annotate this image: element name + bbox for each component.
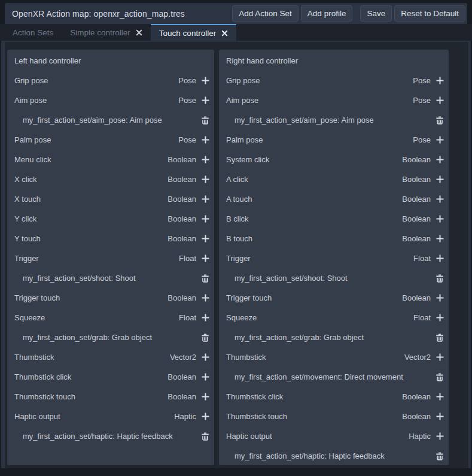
action-type-label: Boolean: [402, 175, 431, 184]
delete-binding-button[interactable]: [200, 273, 211, 284]
tab-touch-controller[interactable]: Touch controller: [151, 24, 236, 41]
add-action-set-button[interactable]: Add Action Set: [232, 5, 299, 22]
add-binding-button[interactable]: [200, 372, 211, 383]
action-map-row: Squeeze Float: [219, 308, 449, 328]
delete-binding-button[interactable]: [434, 273, 445, 284]
action-type-label: Boolean: [168, 293, 196, 302]
add-binding-button[interactable]: [434, 154, 445, 165]
add-binding-button[interactable]: [434, 253, 445, 264]
action-type-label: Pose: [178, 76, 196, 85]
delete-binding-button[interactable]: [434, 451, 445, 462]
row-label: Thumbstick: [14, 353, 170, 362]
action-map-row: Menu click Boolean: [7, 150, 214, 169]
add-binding-button[interactable]: [200, 234, 211, 244]
action-type-label: Float: [179, 313, 196, 322]
row-label: my_first_action_set/movement: Direct mov…: [226, 372, 434, 381]
reset-to-default-button[interactable]: Reset to Default: [394, 5, 465, 22]
action-type-label: Boolean: [168, 214, 196, 223]
add-binding-button[interactable]: [200, 194, 211, 205]
action-map-row: Y click Boolean: [7, 209, 214, 229]
add-binding-button[interactable]: [434, 293, 445, 304]
add-binding-button[interactable]: [434, 313, 445, 323]
add-binding-button[interactable]: [200, 253, 211, 264]
action-type-label: Boolean: [402, 293, 431, 302]
add-profile-button[interactable]: Add profile: [301, 5, 353, 22]
close-tab-icon[interactable]: [221, 30, 228, 37]
action-map-row: my_first_action_set/aim_pose: Aim pose: [7, 110, 214, 130]
add-binding-button[interactable]: [434, 95, 445, 106]
action-map-row: Haptic output Haptic: [7, 407, 214, 426]
row-label: Y touch: [14, 234, 168, 243]
action-map-row: Y touch Boolean: [7, 229, 214, 248]
add-binding-button[interactable]: [200, 352, 211, 363]
add-binding-button[interactable]: [200, 411, 211, 422]
action-map-row: Aim pose Pose: [7, 90, 214, 110]
action-type-label: Vector2: [170, 353, 196, 362]
row-label: X touch: [14, 195, 168, 204]
delete-binding-button[interactable]: [434, 332, 445, 343]
action-map-row: my_first_action_set/grab: Grab object: [7, 328, 214, 347]
action-type-label: Boolean: [168, 392, 196, 401]
add-binding-button[interactable]: [434, 194, 445, 205]
action-type-label: Haptic: [409, 432, 431, 441]
delete-binding-button[interactable]: [200, 332, 211, 343]
close-tab-icon[interactable]: [136, 29, 142, 36]
save-button[interactable]: Save: [360, 5, 392, 22]
action-map-row: Palm pose Pose: [7, 130, 214, 150]
delete-binding-button[interactable]: [434, 115, 445, 126]
action-map-row: A touch Boolean: [219, 189, 449, 209]
add-binding-button[interactable]: [434, 174, 445, 185]
add-binding-button[interactable]: [434, 352, 445, 363]
add-binding-button[interactable]: [200, 174, 211, 185]
action-map-row: my_first_action_set/shoot: Shoot: [7, 268, 214, 288]
add-binding-button[interactable]: [200, 293, 211, 304]
add-binding-button[interactable]: [200, 392, 211, 402]
add-binding-button[interactable]: [434, 135, 445, 145]
action-map-row: Thumbstick Vector2: [219, 347, 449, 367]
add-binding-button[interactable]: [434, 431, 445, 442]
panel-title-label: Right hand controller: [226, 56, 298, 65]
action-map-row: Thumbstick Vector2: [7, 347, 214, 367]
row-label: my_first_action_set/shoot: Shoot: [14, 274, 200, 283]
row-label: Palm pose: [226, 135, 413, 144]
add-binding-button[interactable]: [434, 234, 445, 244]
add-binding-button[interactable]: [200, 154, 211, 165]
action-map-row: Trigger Float: [7, 248, 214, 268]
row-label: my_first_action_set/grab: Grab object: [226, 333, 434, 342]
action-type-label: Float: [179, 254, 196, 263]
action-type-label: Pose: [178, 135, 196, 144]
tab-bar: Action Sets Simple controller Touch cont…: [0, 24, 472, 41]
add-binding-button[interactable]: [200, 214, 211, 225]
row-label: my_first_action_set/grab: Grab object: [14, 333, 200, 342]
add-binding-button[interactable]: [434, 392, 445, 402]
row-label: my_first_action_set/haptic: Haptic feedb…: [226, 451, 434, 460]
delete-binding-button[interactable]: [200, 115, 211, 126]
action-map-row: my_first_action_set/haptic: Haptic feedb…: [7, 426, 214, 446]
add-binding-button[interactable]: [200, 135, 211, 145]
action-map-row: Aim pose Pose: [219, 90, 449, 110]
action-map-row: my_first_action_set/aim_pose: Aim pose: [219, 110, 449, 130]
tab-action-sets[interactable]: Action Sets: [4, 24, 62, 41]
row-label: Squeeze: [14, 313, 179, 322]
add-binding-button[interactable]: [434, 214, 445, 225]
add-binding-button[interactable]: [200, 313, 211, 323]
right-rows: Grip pose Pose Aim pose Pose my_first_ac…: [219, 71, 449, 465]
action-type-label: Boolean: [168, 155, 196, 164]
row-label: A click: [226, 175, 402, 184]
add-binding-button[interactable]: [200, 95, 211, 106]
titlebar: OpenXR Action map: openxr_action_map.tre…: [5, 3, 467, 24]
row-label: Menu click: [14, 155, 168, 164]
action-map-row: B click Boolean: [219, 209, 449, 229]
delete-binding-button[interactable]: [434, 372, 445, 383]
add-binding-button[interactable]: [434, 75, 445, 86]
action-type-label: Pose: [413, 76, 431, 85]
action-type-label: Pose: [413, 96, 431, 105]
delete-binding-button[interactable]: [200, 431, 211, 442]
add-binding-button[interactable]: [200, 75, 211, 86]
action-map-row: Thumbstick touch Boolean: [219, 407, 449, 426]
action-type-label: Boolean: [168, 372, 196, 381]
row-label: Grip pose: [14, 76, 178, 85]
touch-controller-panel: Left hand controller Grip pose Pose Aim …: [1, 41, 471, 468]
tab-simple-controller[interactable]: Simple controller: [62, 24, 151, 41]
add-binding-button[interactable]: [434, 411, 445, 422]
